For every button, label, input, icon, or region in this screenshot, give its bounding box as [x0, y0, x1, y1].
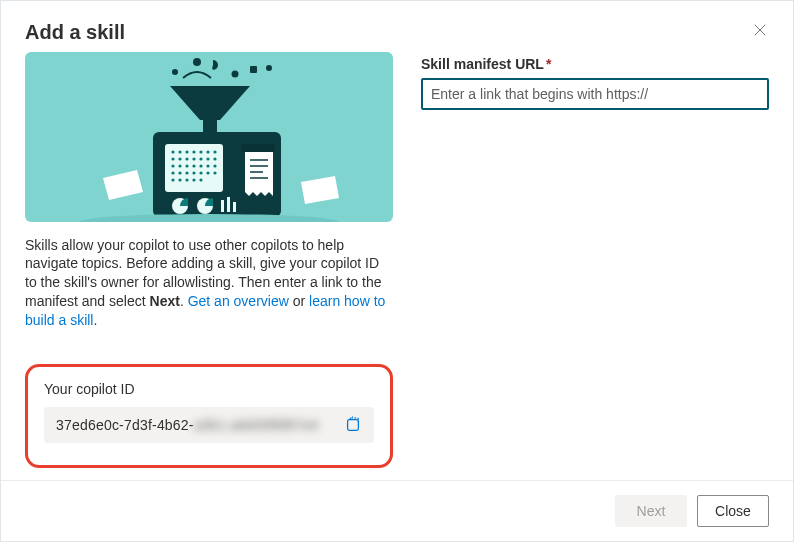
svg-point-4 — [193, 58, 201, 66]
svg-point-40 — [178, 178, 181, 181]
svg-rect-55 — [348, 420, 359, 431]
svg-point-38 — [213, 171, 216, 174]
svg-point-3 — [172, 69, 178, 75]
skill-illustration — [25, 52, 393, 222]
manifest-url-label: Skill manifest URL* — [421, 56, 769, 72]
svg-point-24 — [213, 157, 216, 160]
svg-point-11 — [171, 150, 174, 153]
svg-point-22 — [199, 157, 202, 160]
overview-link[interactable]: Get an overview — [188, 293, 289, 309]
svg-point-7 — [266, 65, 272, 71]
dialog-title: Add a skill — [25, 21, 125, 44]
svg-point-19 — [178, 157, 181, 160]
svg-point-21 — [192, 157, 195, 160]
svg-rect-6 — [250, 66, 257, 73]
svg-point-28 — [192, 164, 195, 167]
copilot-id-panel: Your copilot ID 37ed6e0c-7d3f-4b62-a3b1-… — [25, 364, 393, 468]
svg-point-14 — [192, 150, 195, 153]
svg-point-20 — [185, 157, 188, 160]
svg-point-16 — [206, 150, 209, 153]
svg-point-30 — [206, 164, 209, 167]
svg-rect-49 — [241, 144, 275, 152]
svg-rect-47 — [227, 197, 230, 212]
svg-point-12 — [178, 150, 181, 153]
svg-point-33 — [178, 171, 181, 174]
svg-point-29 — [199, 164, 202, 167]
copilot-id-row: 37ed6e0c-7d3f-4b62-a3b1-a8d39f6f87e4 — [44, 407, 374, 443]
svg-point-15 — [199, 150, 202, 153]
svg-point-13 — [185, 150, 188, 153]
svg-point-32 — [171, 171, 174, 174]
manifest-url-input[interactable] — [421, 78, 769, 110]
svg-point-43 — [199, 178, 202, 181]
svg-point-17 — [213, 150, 216, 153]
close-icon[interactable] — [751, 21, 769, 39]
svg-point-41 — [185, 178, 188, 181]
svg-point-37 — [206, 171, 209, 174]
svg-rect-8 — [203, 118, 217, 132]
svg-point-18 — [171, 157, 174, 160]
svg-point-35 — [192, 171, 195, 174]
svg-point-34 — [185, 171, 188, 174]
svg-point-27 — [185, 164, 188, 167]
close-button[interactable]: Close — [697, 495, 769, 527]
next-button[interactable]: Next — [615, 495, 687, 527]
svg-point-42 — [192, 178, 195, 181]
svg-point-26 — [178, 164, 181, 167]
copilot-id-value: 37ed6e0c-7d3f-4b62-a3b1-a8d39f6f87e4 — [56, 417, 319, 433]
svg-point-36 — [199, 171, 202, 174]
copilot-id-label: Your copilot ID — [44, 381, 374, 397]
intro-paragraph: Skills allow your copilot to use other c… — [25, 236, 393, 330]
svg-point-25 — [171, 164, 174, 167]
svg-point-23 — [206, 157, 209, 160]
svg-point-5 — [232, 71, 239, 78]
svg-point-31 — [213, 164, 216, 167]
svg-rect-46 — [221, 200, 224, 212]
copy-icon[interactable] — [344, 416, 362, 434]
svg-point-39 — [171, 178, 174, 181]
svg-rect-48 — [233, 202, 236, 212]
